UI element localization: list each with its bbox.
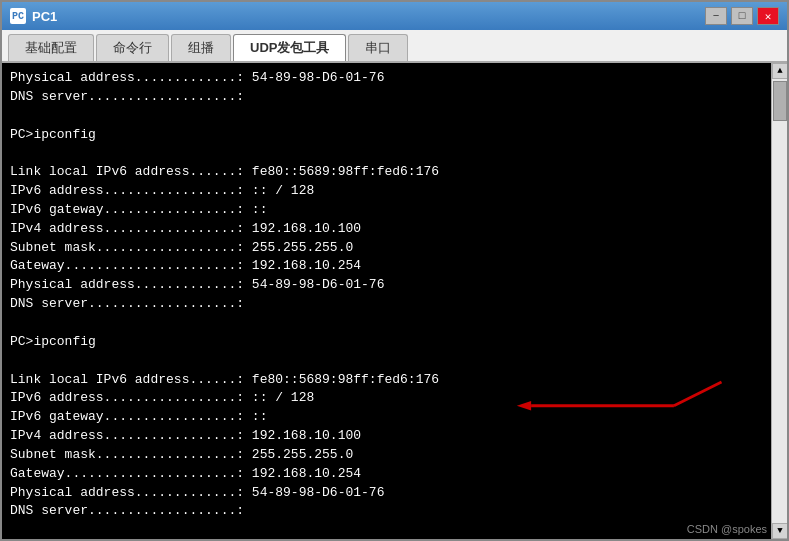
maximize-button[interactable]: □ xyxy=(731,7,753,25)
scroll-down-button[interactable]: ▼ xyxy=(772,523,787,539)
watermark: CSDN @spokes xyxy=(687,523,767,535)
scrollbar-thumb[interactable] xyxy=(773,81,787,121)
title-bar: PC PC1 − □ ✕ xyxy=(2,2,787,30)
window-title: PC1 xyxy=(32,9,57,24)
tab-basic[interactable]: 基础配置 xyxy=(8,34,94,61)
tab-udp[interactable]: UDP发包工具 xyxy=(233,34,346,61)
title-controls: − □ ✕ xyxy=(705,7,779,25)
scrollbar[interactable]: ▲ ▼ xyxy=(771,63,787,539)
tab-bar: 基础配置 命令行 组播 UDP发包工具 串口 xyxy=(2,30,787,63)
close-button[interactable]: ✕ xyxy=(757,7,779,25)
tab-multicast[interactable]: 组播 xyxy=(171,34,231,61)
main-window: PC PC1 − □ ✕ 基础配置 命令行 组播 UDP发包工具 串口 Phys… xyxy=(0,0,789,541)
tab-serial[interactable]: 串口 xyxy=(348,34,408,61)
terminal-output[interactable]: Physical address.............: 54-89-98-… xyxy=(2,63,771,539)
minimize-button[interactable]: − xyxy=(705,7,727,25)
title-bar-left: PC PC1 xyxy=(10,8,57,24)
scroll-up-button[interactable]: ▲ xyxy=(772,63,787,79)
window-icon: PC xyxy=(10,8,26,24)
tab-cmd[interactable]: 命令行 xyxy=(96,34,169,61)
terminal-container: Physical address.............: 54-89-98-… xyxy=(2,63,787,539)
scrollbar-track[interactable] xyxy=(772,79,787,523)
